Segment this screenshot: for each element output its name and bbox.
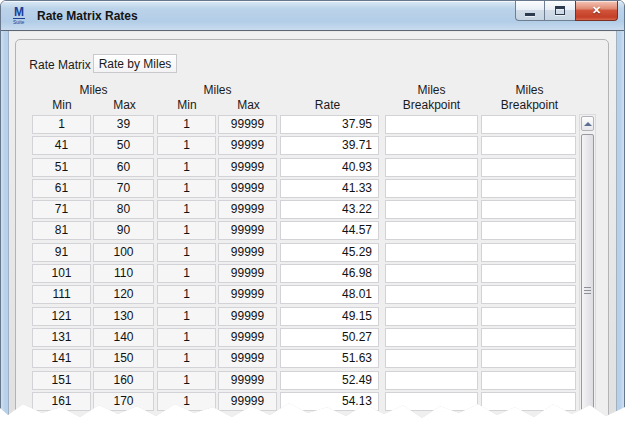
cell-miles-breakpoint-1[interactable] [385, 221, 478, 240]
cell-miles-min-2[interactable]: 1 [157, 243, 216, 262]
cell-miles-breakpoint-2[interactable] [481, 179, 576, 198]
cell-rate[interactable]: 45.29 [280, 243, 379, 262]
cell-miles-min-1[interactable]: 41 [32, 136, 91, 155]
cell-miles-breakpoint-1[interactable] [385, 179, 478, 198]
cell-miles-min-1[interactable]: 101 [32, 264, 91, 283]
cell-miles-breakpoint-1[interactable] [385, 392, 478, 411]
cell-miles-breakpoint-1[interactable] [385, 158, 478, 177]
cell-miles-max-2[interactable]: 99999 [218, 371, 277, 390]
cell-miles-breakpoint-2[interactable] [481, 221, 576, 240]
cell-rate[interactable]: 41.33 [280, 179, 379, 198]
cell-miles-breakpoint-2[interactable] [481, 243, 576, 262]
cell-miles-max-1[interactable]: 150 [93, 349, 154, 368]
cell-rate[interactable]: 46.98 [280, 264, 379, 283]
cell-miles-min-1[interactable]: 71 [32, 200, 91, 219]
cell-miles-min-2[interactable]: 1 [157, 264, 216, 283]
cell-miles-breakpoint-2[interactable] [481, 158, 576, 177]
cell-rate[interactable]: 37.95 [280, 115, 379, 134]
cell-miles-min-2[interactable]: 1 [157, 158, 216, 177]
cell-miles-max-2[interactable]: 99999 [218, 158, 277, 177]
cell-miles-min-1[interactable]: 111 [32, 285, 91, 304]
cell-rate[interactable]: 40.93 [280, 158, 379, 177]
cell-miles-min-1[interactable]: 81 [32, 221, 91, 240]
cell-miles-max-2[interactable]: 99999 [218, 307, 277, 326]
cell-miles-min-2[interactable]: 1 [157, 136, 216, 155]
cell-miles-min-1[interactable]: 51 [32, 158, 91, 177]
cell-miles-max-2[interactable]: 99999 [218, 200, 277, 219]
cell-rate[interactable]: 51.63 [280, 349, 379, 368]
cell-miles-breakpoint-1[interactable] [385, 200, 478, 219]
cell-rate[interactable]: 50.27 [280, 328, 379, 347]
cell-miles-breakpoint-1[interactable] [385, 285, 478, 304]
cell-miles-max-1[interactable]: 110 [93, 264, 154, 283]
cell-miles-breakpoint-2[interactable] [481, 136, 576, 155]
cell-miles-breakpoint-1[interactable] [385, 307, 478, 326]
cell-miles-min-2[interactable]: 1 [157, 392, 216, 411]
cell-miles-max-1[interactable]: 80 [93, 200, 154, 219]
cell-miles-max-1[interactable]: 50 [93, 136, 154, 155]
tab-rate-by-miles[interactable]: Rate by Miles [93, 54, 177, 73]
cell-miles-max-1[interactable]: 140 [93, 328, 154, 347]
cell-miles-max-2[interactable]: 99999 [218, 115, 277, 134]
cell-miles-min-2[interactable]: 1 [157, 371, 216, 390]
cell-rate[interactable]: 44.57 [280, 221, 379, 240]
cell-miles-max-2[interactable]: 99999 [218, 179, 277, 198]
cell-rate[interactable]: 49.15 [280, 307, 379, 326]
cell-miles-breakpoint-1[interactable] [385, 349, 478, 368]
cell-miles-max-1[interactable]: 120 [93, 285, 154, 304]
scrollbar-up-button[interactable] [581, 116, 594, 131]
cell-miles-min-2[interactable]: 1 [157, 221, 216, 240]
cell-miles-breakpoint-1[interactable] [385, 115, 478, 134]
cell-miles-min-2[interactable]: 1 [157, 200, 216, 219]
cell-miles-breakpoint-1[interactable] [385, 328, 478, 347]
cell-miles-max-1[interactable]: 70 [93, 179, 154, 198]
cell-miles-max-1[interactable]: 160 [93, 371, 154, 390]
cell-miles-breakpoint-2[interactable] [481, 328, 576, 347]
cell-miles-min-2[interactable]: 1 [157, 349, 216, 368]
cell-miles-min-1[interactable]: 91 [32, 243, 91, 262]
cell-miles-min-2[interactable]: 1 [157, 307, 216, 326]
cell-miles-min-2[interactable]: 1 [157, 115, 216, 134]
scrollbar-thumb[interactable] [581, 134, 594, 425]
cell-miles-min-2[interactable]: 1 [157, 179, 216, 198]
cell-rate[interactable]: 52.49 [280, 371, 379, 390]
cell-miles-max-1[interactable]: 170 [93, 392, 154, 411]
cell-rate[interactable]: 48.01 [280, 285, 379, 304]
cell-miles-max-1[interactable]: 130 [93, 307, 154, 326]
cell-miles-max-1[interactable]: 60 [93, 158, 154, 177]
cell-miles-min-1[interactable]: 1 [32, 115, 91, 134]
cell-rate[interactable]: 43.22 [280, 200, 379, 219]
cell-miles-breakpoint-2[interactable] [481, 349, 576, 368]
vertical-scrollbar[interactable] [579, 114, 596, 424]
cell-miles-max-1[interactable]: 100 [93, 243, 154, 262]
cell-rate[interactable]: 39.71 [280, 136, 379, 155]
cell-miles-max-2[interactable]: 99999 [218, 328, 277, 347]
cell-miles-breakpoint-2[interactable] [481, 307, 576, 326]
cell-miles-max-1[interactable]: 90 [93, 221, 154, 240]
cell-miles-max-1[interactable]: 39 [93, 115, 154, 134]
cell-miles-max-2[interactable]: 99999 [218, 136, 277, 155]
cell-miles-max-2[interactable]: 99999 [218, 243, 277, 262]
cell-miles-min-2[interactable]: 1 [157, 328, 216, 347]
cell-miles-breakpoint-2[interactable] [481, 392, 576, 411]
cell-miles-breakpoint-2[interactable] [481, 285, 576, 304]
cell-miles-min-1[interactable]: 121 [32, 307, 91, 326]
cell-miles-min-1[interactable]: 131 [32, 328, 91, 347]
cell-miles-max-2[interactable]: 99999 [218, 264, 277, 283]
cell-miles-breakpoint-2[interactable] [481, 115, 576, 134]
close-button[interactable]: ✕ [575, 1, 618, 21]
cell-rate[interactable]: 54.13 [280, 392, 379, 411]
tab-rate-matrix[interactable]: Rate Matrix [27, 55, 93, 74]
cell-miles-breakpoint-1[interactable] [385, 264, 478, 283]
titlebar[interactable]: M Suite Rate Matrix Rates ✕ [1, 1, 624, 31]
cell-miles-breakpoint-1[interactable] [385, 136, 478, 155]
cell-miles-breakpoint-2[interactable] [481, 264, 576, 283]
cell-miles-breakpoint-2[interactable] [481, 371, 576, 390]
cell-miles-breakpoint-1[interactable] [385, 243, 478, 262]
cell-miles-max-2[interactable]: 99999 [218, 285, 277, 304]
cell-miles-min-1[interactable]: 151 [32, 371, 91, 390]
cell-miles-min-1[interactable]: 61 [32, 179, 91, 198]
minimize-button[interactable] [515, 1, 545, 21]
cell-miles-min-1[interactable]: 161 [32, 392, 91, 411]
cell-miles-max-2[interactable]: 99999 [218, 221, 277, 240]
